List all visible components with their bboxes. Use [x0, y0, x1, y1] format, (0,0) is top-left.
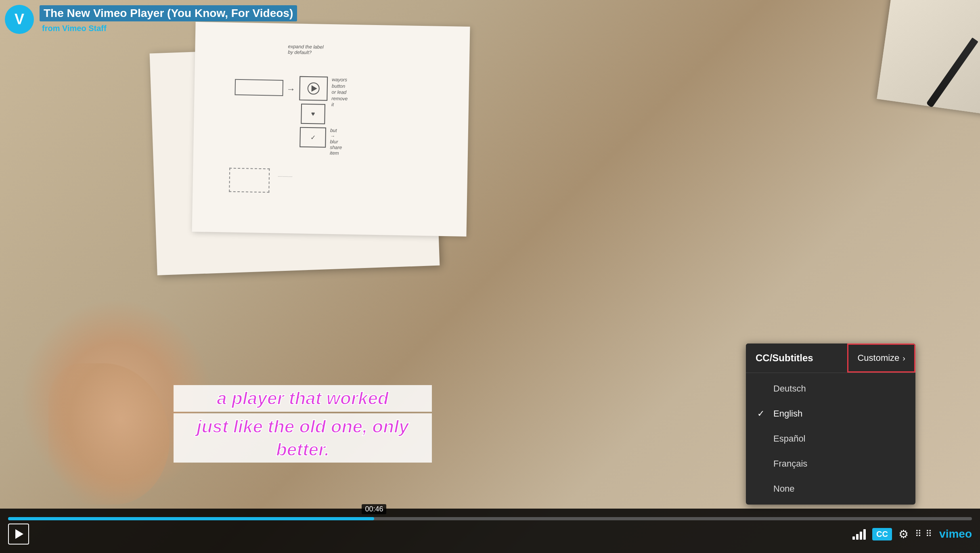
cc-panel-title: CC/Subtitles: [746, 344, 847, 373]
cc-option-label-espanol: Español: [773, 434, 806, 444]
subtitle-line-1: a player that worked: [174, 385, 432, 411]
cc-option-espanol[interactable]: Español: [746, 426, 915, 451]
controls-row: CC ⚙ ⠿ ⠿ vimeo: [8, 524, 972, 545]
volume-icon[interactable]: [852, 528, 866, 540]
cc-subtitles-panel: CC/Subtitles Customize › Deutsch ✓ Engli…: [746, 344, 915, 505]
channel-name: Vimeo Staff: [62, 24, 107, 33]
play-icon: [15, 529, 23, 539]
title-text-block: The New Vimeo Player (You Know, For Vide…: [40, 5, 297, 34]
cc-options-list: Deutsch ✓ English Español Français None: [746, 373, 915, 505]
cc-option-label-none: None: [773, 484, 795, 494]
progress-bar-track[interactable]: 00:46: [8, 517, 972, 520]
cc-panel-header: CC/Subtitles Customize ›: [746, 344, 915, 373]
customize-button[interactable]: Customize ›: [847, 344, 915, 373]
paper-sketch-2: → ♥ ✓ expand the labelby default? wayors…: [192, 22, 470, 237]
video-player: → ♥ ✓ expand the labelby default? wayors…: [0, 0, 980, 553]
subtitle-line-2: just like the old one, only better.: [174, 413, 432, 463]
customize-arrow: ›: [903, 354, 905, 363]
right-controls: CC ⚙ ⠿ ⠿ vimeo: [852, 528, 972, 541]
customize-label: Customize: [857, 353, 899, 363]
cc-option-francais[interactable]: Français: [746, 451, 915, 476]
subtitle-overlay: a player that worked just like the old o…: [174, 385, 432, 464]
progress-area: 00:46: [8, 517, 972, 520]
cc-option-label-english: English: [773, 408, 802, 419]
vimeo-watermark: vimeo: [939, 528, 972, 540]
cc-button[interactable]: CC: [872, 528, 892, 540]
cc-option-label-francais: Français: [773, 459, 807, 469]
vimeo-logo: V: [5, 5, 34, 34]
vimeo-v-letter: V: [15, 11, 24, 28]
time-badge: 00:46: [362, 504, 386, 514]
video-sub-title: from Vimeo Staff: [40, 23, 297, 34]
check-mark-english: ✓: [757, 408, 767, 419]
grid-icon[interactable]: ⠿ ⠿: [915, 529, 933, 539]
controls-bar: 00:46 CC ⚙ ⠿ ⠿: [0, 509, 980, 553]
cc-option-none[interactable]: None: [746, 476, 915, 501]
from-label: from: [42, 24, 60, 33]
cc-option-deutsch[interactable]: Deutsch: [746, 376, 915, 401]
cc-option-english[interactable]: ✓ English: [746, 401, 915, 426]
volume-bar-3: [860, 532, 862, 540]
video-main-title: The New Vimeo Player (You Know, For Vide…: [40, 5, 297, 21]
video-title-bar: V The New Vimeo Player (You Know, For Vi…: [5, 5, 297, 34]
settings-icon[interactable]: ⚙: [898, 528, 909, 541]
volume-bar-2: [856, 534, 859, 540]
progress-bar-fill: [8, 517, 374, 520]
volume-bar-1: [852, 536, 855, 540]
volume-bar-4: [863, 529, 866, 540]
cc-option-label-deutsch: Deutsch: [773, 383, 806, 394]
play-button[interactable]: [8, 524, 29, 545]
